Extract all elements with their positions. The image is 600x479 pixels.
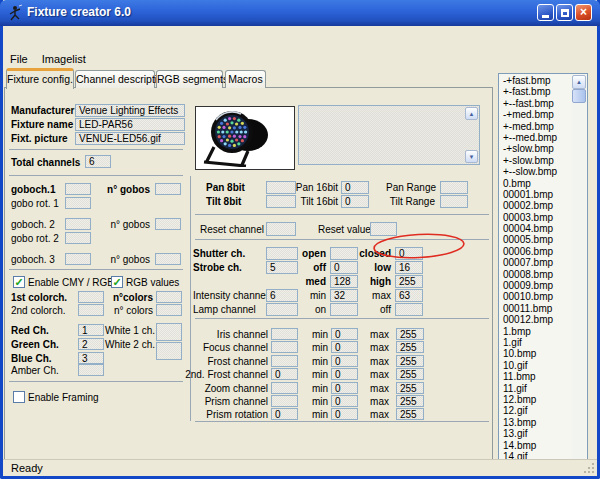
blue-ch-field[interactable]: 3 bbox=[78, 352, 104, 364]
goboch-3-count-field[interactable] bbox=[155, 253, 181, 265]
scroll-up-icon: ▲ bbox=[576, 79, 582, 85]
list-item[interactable]: 12.gif bbox=[500, 405, 572, 416]
green-ch-right-field[interactable] bbox=[156, 342, 182, 360]
goboch-3-count-label: n° gobos bbox=[102, 254, 150, 266]
list-item[interactable]: 00003.bmp bbox=[500, 212, 572, 223]
list-item[interactable]: 13.gif bbox=[500, 428, 572, 439]
prism-max-field[interactable]: 255 bbox=[396, 395, 424, 407]
zoom-max-label: max bbox=[354, 383, 389, 395]
lamp-v3-field[interactable] bbox=[395, 303, 423, 316]
prism-label: Prism channel bbox=[184, 396, 268, 408]
frost2-max-field[interactable]: 255 bbox=[396, 368, 424, 380]
list-item[interactable]: 00002.bmp bbox=[500, 200, 572, 211]
list-item[interactable]: +-med.bmp bbox=[500, 121, 572, 132]
list-item[interactable]: 00009.bmp bbox=[500, 280, 572, 291]
list-item[interactable]: 11.bmp bbox=[500, 371, 572, 382]
tab-fixture-config[interactable]: Fixture config. bbox=[6, 68, 74, 89]
list-item[interactable]: 00012.bmp bbox=[500, 314, 572, 325]
list-item[interactable]: 00004.bmp bbox=[500, 223, 572, 234]
focus-max-field[interactable]: 255 bbox=[396, 341, 424, 353]
rgb-values-checkbox[interactable]: ✓ bbox=[111, 276, 123, 288]
amber-ch-field[interactable] bbox=[78, 364, 104, 376]
list-item[interactable]: 11.gif bbox=[500, 383, 572, 394]
app-icon bbox=[7, 4, 23, 22]
list-item[interactable]: 12.bmp bbox=[500, 394, 572, 405]
list-item[interactable]: 00007.bmp bbox=[500, 257, 572, 268]
first-colorch-field[interactable] bbox=[78, 291, 104, 303]
total-channels-field[interactable]: 6 bbox=[85, 155, 111, 168]
lamp-l3-label: off bbox=[346, 304, 391, 316]
list-item[interactable]: +-slow.bmp bbox=[500, 155, 572, 166]
list-item[interactable]: 14.bmp bbox=[500, 440, 572, 451]
goboch-2-count-field[interactable] bbox=[155, 218, 181, 230]
goboch-1-count-field[interactable] bbox=[155, 183, 181, 195]
fixture-picture-field[interactable]: VENUE-LED56.gif bbox=[75, 132, 185, 145]
intensity-l3-label: max bbox=[346, 290, 391, 302]
list-item[interactable]: 00008.bmp bbox=[500, 269, 572, 280]
list-item[interactable]: 00005.bmp bbox=[500, 234, 572, 245]
list-item[interactable]: 10.bmp bbox=[500, 348, 572, 359]
list-item[interactable]: 00001.bmp bbox=[500, 189, 572, 200]
list-item[interactable]: -+med.bmp bbox=[500, 109, 572, 120]
reset-value-field[interactable] bbox=[370, 222, 397, 236]
zoom-max-field[interactable]: 255 bbox=[396, 382, 424, 394]
list-item[interactable]: 1.gif bbox=[500, 337, 572, 348]
frost-max-field[interactable]: 255 bbox=[396, 355, 424, 367]
list-item[interactable]: 10.gif bbox=[500, 360, 572, 371]
tilt-16bit-field[interactable]: 0 bbox=[341, 195, 369, 208]
scroll-up-button[interactable]: ▲ bbox=[572, 75, 586, 89]
red-ch-right-field[interactable] bbox=[156, 323, 182, 341]
goboch-2-field[interactable] bbox=[65, 218, 91, 230]
maximize-icon bbox=[561, 9, 569, 17]
pan-range-field[interactable] bbox=[440, 181, 468, 194]
enable-framing-checkbox[interactable] bbox=[13, 391, 25, 403]
minimize-button[interactable] bbox=[537, 4, 554, 21]
scroll-thumb[interactable] bbox=[572, 89, 586, 103]
list-item[interactable]: 1.bmp bbox=[500, 326, 572, 337]
title-bar[interactable]: Fixture creator 6.0 × bbox=[0, 0, 600, 26]
strobe-v3-field[interactable]: 16 bbox=[395, 261, 423, 274]
list-item[interactable]: 0.bmp bbox=[500, 178, 572, 189]
pan-16bit-label: Pan 16bit bbox=[291, 182, 338, 194]
tilt-range-field[interactable] bbox=[440, 195, 468, 208]
tilt-range-label: Tilt Range bbox=[386, 196, 435, 208]
list-item[interactable]: 13.bmp bbox=[500, 417, 572, 428]
manufacturer-field[interactable]: Venue Lighting Effects bbox=[75, 104, 185, 117]
list-item[interactable]: 00006.bmp bbox=[500, 246, 572, 257]
intensity-v3-field[interactable]: 63 bbox=[395, 289, 423, 302]
strobe-med-l3-label: high bbox=[346, 276, 391, 288]
list-item[interactable]: +--slow.bmp bbox=[500, 166, 572, 177]
list-item[interactable]: +--fast.bmp bbox=[500, 98, 572, 109]
client-area: File Imagelist Fixture config.Channel de… bbox=[3, 26, 597, 476]
second-colorch-field[interactable] bbox=[78, 304, 104, 316]
gobo-rot-2-field[interactable] bbox=[65, 232, 91, 244]
imagelist-scrollbar[interactable] bbox=[572, 75, 586, 476]
pan-16bit-field[interactable]: 0 bbox=[341, 181, 369, 194]
gobo-rot-1-field[interactable] bbox=[65, 197, 91, 209]
green-ch-field[interactable]: 2 bbox=[78, 338, 104, 350]
shutter-v3-field[interactable]: 0 bbox=[395, 247, 423, 260]
fixture-name-field[interactable]: LED-PAR56 bbox=[75, 118, 185, 131]
first-colorch-right-field[interactable] bbox=[156, 291, 182, 303]
list-item[interactable]: +-fast.bmp bbox=[500, 86, 572, 97]
list-item[interactable]: 00011.bmp bbox=[500, 303, 572, 314]
resize-grip[interactable] bbox=[583, 462, 595, 474]
goboch-3-field[interactable] bbox=[65, 253, 91, 265]
strobe-med-v3-field[interactable]: 255 bbox=[395, 275, 423, 288]
list-item[interactable]: -+fast.bmp bbox=[500, 75, 572, 86]
list-item[interactable]: +--med.bmp bbox=[500, 132, 572, 143]
prism-rot-max-field[interactable]: 255 bbox=[396, 408, 424, 420]
list-item[interactable]: -+slow.bmp bbox=[500, 143, 572, 154]
minimize-icon bbox=[542, 15, 549, 18]
iris-max-field[interactable]: 255 bbox=[396, 328, 424, 340]
amber-ch-label: Amber Ch. bbox=[11, 365, 59, 377]
reset-channel-field[interactable] bbox=[266, 222, 296, 236]
enable-cmy-rgb-checkbox[interactable]: ✓ bbox=[13, 276, 25, 288]
close-button[interactable]: × bbox=[575, 4, 592, 21]
maximize-button[interactable] bbox=[556, 4, 573, 21]
goboch-1-field[interactable] bbox=[65, 183, 91, 195]
check-icon: ✓ bbox=[14, 276, 23, 288]
list-item[interactable]: 00010.bmp bbox=[500, 291, 572, 302]
red-ch-field[interactable]: 1 bbox=[78, 324, 104, 336]
second-colorch-right-field[interactable] bbox=[156, 304, 182, 316]
